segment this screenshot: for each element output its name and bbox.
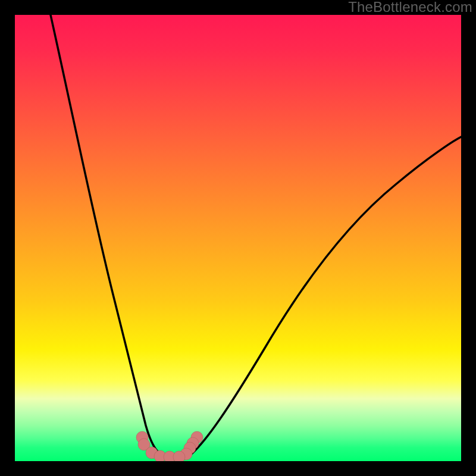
chart-frame: TheBottleneck.com [0, 0, 476, 476]
plot-area [15, 15, 461, 461]
curve-overlay [15, 15, 461, 461]
right-curve [189, 137, 461, 456]
valley-marker-group [136, 431, 203, 461]
left-curve [51, 15, 168, 458]
watermark-text: TheBottleneck.com [348, 0, 472, 15]
marker-mid3 [173, 451, 185, 461]
